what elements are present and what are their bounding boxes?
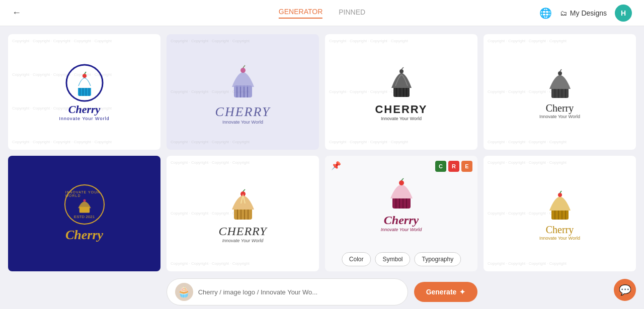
brand-name-5: Cherry <box>65 228 103 243</box>
logo-inner-6: CHERRY Innovate Your World <box>167 156 319 271</box>
logo-card-3[interactable]: Copyright · Copyright · Copyright · Copy… <box>325 34 477 150</box>
tab-pinned[interactable]: PINNED <box>339 8 365 18</box>
pin-icon[interactable]: 📌 <box>331 161 341 170</box>
circle-badge: INNOVATE YOUR WORLD ESTD 2021 <box>64 184 105 225</box>
generate-label: Generate <box>426 288 457 296</box>
chat-button[interactable]: 💬 <box>614 279 636 301</box>
svg-point-27 <box>558 71 562 75</box>
badge-c: C <box>435 161 446 172</box>
svg-point-30 <box>83 199 86 201</box>
brand-sub-2: Innovate Your World <box>222 120 263 125</box>
chat-icon: 💬 <box>619 284 631 296</box>
logo-card-6[interactable]: Copyright · Copyright · Copyright · Copy… <box>167 156 319 271</box>
svg-line-44 <box>401 178 404 180</box>
tab-generator[interactable]: GENERATOR <box>279 8 323 19</box>
prompt-text: Cherry / image logo / Innovate Your Wo..… <box>198 288 318 296</box>
avatar[interactable]: H <box>615 5 632 22</box>
generate-button[interactable]: Generate ✦ <box>414 282 478 302</box>
svg-point-50 <box>558 193 562 197</box>
logo-inner-1: Cherry Innovate Your World <box>8 34 160 150</box>
logo-inner-8: Cherry Innovate Your World <box>484 156 636 271</box>
brand-sub-4: Innovate Your World <box>539 114 580 119</box>
brand-name-4: Cherry <box>546 102 574 114</box>
header-right: 🌐 🗂 My Designs H <box>539 5 632 22</box>
logo-card-4[interactable]: Copyright · Copyright · Copyright · Copy… <box>484 34 636 150</box>
cupcake-svg-1 <box>64 63 105 103</box>
header: ← GENERATOR PINNED 🌐 🗂 My Designs H <box>0 0 644 26</box>
brand-sub-6: Innovate Your World <box>222 238 263 243</box>
badge-icons: C R E <box>435 161 472 172</box>
typography-action-button[interactable]: Typography <box>414 252 461 266</box>
my-designs-button[interactable]: 🗂 My Designs <box>560 9 607 17</box>
card-actions: Color Symbol Typography <box>342 252 461 266</box>
svg-point-6 <box>83 74 87 78</box>
svg-point-13 <box>240 68 246 73</box>
circle-text-top: INNOVATE YOUR WORLD <box>65 190 104 197</box>
symbol-action-button[interactable]: Symbol <box>375 252 410 266</box>
svg-point-43 <box>399 180 404 185</box>
svg-line-21 <box>401 67 404 69</box>
cupcake-svg-3 <box>381 63 422 103</box>
logo-card-8[interactable]: Copyright · Copyright · Copyright · Copy… <box>484 156 636 271</box>
folder-icon: 🗂 <box>560 9 567 17</box>
cupcake-svg-2 <box>223 59 263 105</box>
cupcake-svg-7 <box>381 173 422 214</box>
cupcake-svg-8 <box>542 186 578 224</box>
header-left: ← <box>12 8 21 18</box>
brand-sub-3: Innovate Your World <box>381 116 422 121</box>
brand-sub-7: Innovate Your World <box>381 227 422 232</box>
logo-card-7[interactable]: 📌 C R E Cherry Innovate Your World Color… <box>325 156 477 271</box>
logo-card-1[interactable]: Copyright · Copyright · Copyright · Copy… <box>8 34 160 150</box>
logo-inner-2: CHERRY Innovate Your World <box>167 34 319 150</box>
svg-line-37 <box>243 189 245 191</box>
brand-name-8: Cherry <box>546 224 574 236</box>
badge-e: E <box>461 161 472 172</box>
svg-line-28 <box>560 69 561 71</box>
logo-inner-4: Cherry Innovate Your World <box>484 34 636 150</box>
brand-name-3: CHERRY <box>375 103 427 116</box>
header-center: GENERATOR PINNED <box>279 8 365 19</box>
cupcake-svg-5 <box>76 197 93 215</box>
brand-name-1: Cherry <box>68 103 101 116</box>
color-action-button[interactable]: Color <box>342 252 371 266</box>
my-designs-label: My Designs <box>570 9 607 17</box>
globe-icon[interactable]: 🌐 <box>539 7 552 19</box>
prompt-input[interactable]: 🧁 Cherry / image logo / Innovate Your Wo… <box>167 278 408 305</box>
cupcake-svg-6 <box>223 184 263 225</box>
cupcake-svg-4 <box>542 65 578 102</box>
generate-star-icon: ✦ <box>459 288 465 296</box>
svg-point-20 <box>399 69 404 73</box>
badge-r: R <box>448 161 459 172</box>
brand-name-2: CHERRY <box>215 105 271 120</box>
svg-line-7 <box>85 72 86 74</box>
prompt-thumbnail: 🧁 <box>175 283 193 301</box>
brand-name-6: CHERRY <box>218 225 267 238</box>
logo-inner-5: INNOVATE YOUR WORLD ESTD 2021 Cherry <box>8 156 160 271</box>
brand-name-7: Cherry <box>384 214 419 227</box>
logo-card-5[interactable]: INNOVATE YOUR WORLD ESTD 2021 Cherry <box>8 156 160 271</box>
back-button[interactable]: ← <box>12 8 21 18</box>
brand-sub-8: Innovate Your World <box>539 236 580 241</box>
svg-line-51 <box>560 191 561 193</box>
circle-badge-year: ESTD 2021 <box>74 215 95 219</box>
brand-sub-1: Innovate Your World <box>59 116 110 121</box>
logo-inner-3: CHERRY Innovate Your World <box>325 34 477 150</box>
logo-grid: Copyright · Copyright · Copyright · Copy… <box>0 26 644 274</box>
logo-card-2[interactable]: Copyright · Copyright · Copyright · Copy… <box>167 34 319 150</box>
svg-line-14 <box>243 65 245 68</box>
prompt-bar: 🧁 Cherry / image logo / Innovate Your Wo… <box>0 275 644 309</box>
